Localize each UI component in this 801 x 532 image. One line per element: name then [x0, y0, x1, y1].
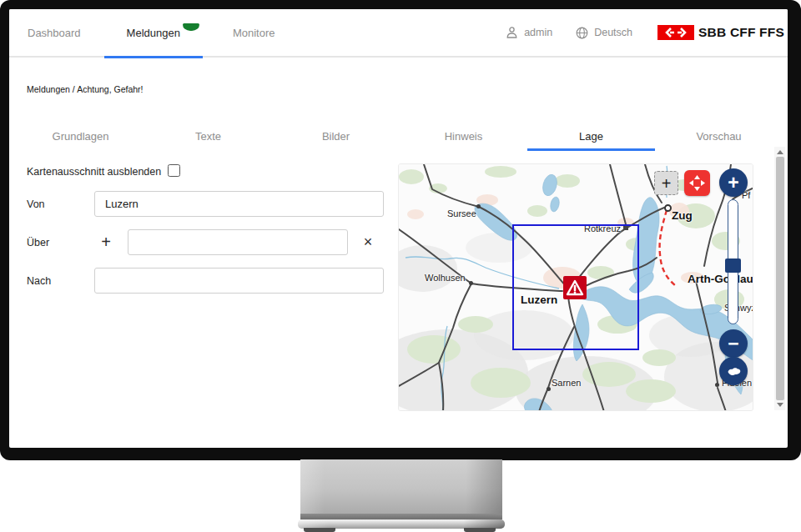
zoom-out-button[interactable]: −: [719, 329, 748, 358]
nach-input[interactable]: [94, 268, 384, 294]
tab-bilder[interactable]: Bilder: [272, 117, 400, 151]
pan-arrows-icon: [688, 174, 706, 192]
tab-hinweis[interactable]: Hinweis: [400, 117, 527, 151]
monitor-foot: [304, 528, 335, 532]
map-place-label: Zug: [672, 209, 693, 222]
clear-via-button[interactable]: ×: [360, 233, 376, 250]
hide-map-label: Kartenausschnitt ausblenden: [27, 166, 161, 178]
language-menu[interactable]: Deutsch: [576, 27, 632, 39]
map-canvas[interactable]: SurseeWolhusenRotkreuzZugLuzernArth-Gold…: [398, 163, 753, 411]
brand-wordmark: SBB CFF FFS: [698, 25, 784, 40]
language-label: Deutsch: [594, 27, 632, 38]
nav-item-label: Meldungen: [127, 27, 180, 39]
user-icon: [506, 26, 518, 39]
add-via-button[interactable]: +: [98, 233, 114, 250]
zoom-slider-handle[interactable]: [725, 258, 741, 273]
tab-grundlagen[interactable]: Grundlagen: [17, 117, 144, 151]
scrollbar-thumb[interactable]: [776, 157, 784, 400]
globe-icon: [576, 27, 588, 39]
ueber-label: Über: [27, 237, 49, 248]
map-place-label: Sursee: [447, 208, 476, 218]
header-right: admin Deutsch: [506, 25, 784, 40]
map-place-label: Wolhusen: [425, 273, 466, 283]
monitor-foot: [464, 528, 496, 532]
user-label: admin: [524, 27, 552, 38]
monitor-stand-neck: [300, 459, 502, 514]
tab-lage[interactable]: Lage: [527, 117, 655, 151]
scroll-up-arrow[interactable]: [777, 150, 783, 154]
notification-badge: [183, 23, 199, 31]
map-station-dot: [469, 281, 473, 285]
map-station-dot: [715, 383, 719, 387]
map-station-dot: [547, 387, 551, 391]
user-menu[interactable]: admin: [506, 26, 552, 39]
von-label: Von: [27, 198, 45, 210]
content-scrollbar[interactable]: [774, 147, 785, 410]
app-header: Dashboard Meldungen Monitore admin: [9, 9, 788, 58]
pan-tool-button[interactable]: [684, 170, 710, 196]
map-place-label: Arth-Goldau: [688, 273, 753, 285]
tab-bar: Grundlagen Texte Bilder Hinweis Lage Vor…: [17, 117, 783, 151]
nach-label: Nach: [27, 275, 51, 287]
von-input[interactable]: [94, 191, 384, 217]
map-place-label: Sarnen: [552, 378, 581, 388]
ueber-input[interactable]: [128, 229, 348, 255]
danger-warning-marker[interactable]: [563, 276, 587, 299]
scroll-down-arrow[interactable]: [777, 403, 783, 407]
map-station-dot: [476, 204, 481, 208]
switzerland-icon: [726, 366, 742, 377]
nav-item-meldungen[interactable]: Meldungen: [104, 9, 203, 57]
nav-item-dashboard[interactable]: Dashboard: [28, 27, 81, 39]
nav-item-monitore[interactable]: Monitore: [233, 27, 275, 39]
tab-texte[interactable]: Texte: [144, 117, 272, 151]
map-station-dot: [664, 204, 672, 212]
sbb-flag-icon: [657, 25, 694, 40]
screen: Dashboard Meldungen Monitore admin: [9, 9, 788, 448]
hide-map-checkbox[interactable]: [168, 164, 180, 177]
draw-extent-button[interactable]: +: [654, 171, 678, 195]
monitor-stand-strip: [300, 514, 502, 519]
zoom-in-button[interactable]: +: [719, 168, 748, 197]
active-nav-underline: [104, 56, 203, 58]
breadcrumb: Meldungen / Achtung, Gefahr!: [27, 84, 144, 94]
brand-logo: SBB CFF FFS: [657, 25, 784, 40]
tab-vorschau[interactable]: Vorschau: [655, 117, 783, 151]
switzerland-extent-button[interactable]: [719, 357, 748, 385]
